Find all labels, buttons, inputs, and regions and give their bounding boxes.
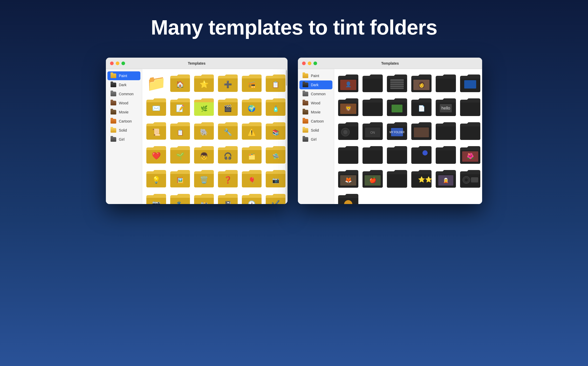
sidebar-item-wood-1[interactable]: Wood — [107, 99, 140, 107]
folder-3[interactable]: ⭐ — [193, 72, 215, 94]
folder-21[interactable]: 👦 — [193, 143, 215, 166]
dark-icon-2 — [303, 83, 308, 87]
dark-folder-13[interactable] — [337, 119, 360, 142]
dark-folder-2[interactable] — [361, 72, 384, 94]
folder-8[interactable]: 📝 — [169, 96, 192, 118]
folder-27[interactable]: 🗑️ — [193, 167, 215, 190]
folder-4[interactable]: ➕ — [216, 72, 239, 94]
folder-12[interactable]: 🧴 — [264, 96, 285, 118]
folder-23[interactable]: 🗂️ — [240, 143, 263, 166]
dark-folder-11[interactable]: hello — [434, 96, 457, 118]
folder-22[interactable]: 🎧 — [216, 143, 239, 166]
folder-31[interactable]: 📷 — [145, 191, 168, 204]
sidebar-item-dark-1[interactable]: Dark — [107, 80, 140, 89]
dark-folder-22[interactable] — [410, 143, 433, 166]
folder-6[interactable]: 📋 — [264, 72, 285, 94]
svg-point-52 — [343, 130, 347, 134]
dark-folder-9[interactable] — [386, 96, 408, 118]
minimize-button-2[interactable] — [308, 62, 311, 65]
dark-folder-12[interactable] — [459, 96, 482, 118]
folder-24[interactable]: 🛸 — [264, 143, 285, 166]
folder-34[interactable]: 📓 — [216, 191, 239, 204]
dark-folder-21[interactable] — [386, 143, 408, 166]
sidebar-item-solid-2[interactable]: Solid — [299, 126, 332, 135]
dark-folder-26[interactable]: 🍎 — [361, 167, 384, 190]
folder-15[interactable]: 🐘 — [193, 119, 215, 142]
folder-10[interactable]: 🎬 — [216, 96, 239, 118]
folder-32[interactable]: 🐾 — [169, 191, 192, 204]
folder-30[interactable]: 📷 — [264, 167, 285, 190]
dark-folder-3[interactable] — [386, 72, 408, 94]
dark-folder-15[interactable]: MY FOLDER — [386, 119, 408, 142]
sidebar-item-wood-2[interactable]: Wood — [299, 99, 332, 107]
scrollbar-1[interactable] — [285, 69, 288, 204]
wood-icon-1 — [111, 101, 116, 105]
dark-folder-6[interactable] — [459, 72, 482, 94]
dark-folder-4[interactable]: 👩 — [410, 72, 433, 94]
sidebar-item-paint-1[interactable]: Paint — [107, 71, 140, 80]
folder-19[interactable]: ❤️ — [145, 143, 168, 166]
folder-20[interactable]: 🌱 — [169, 143, 192, 166]
folder-17[interactable]: ⚠️ — [240, 119, 263, 142]
dark-folder-7[interactable]: 🦁 — [337, 96, 360, 118]
folder-25[interactable]: 💡 — [145, 167, 168, 190]
dark-folder-31[interactable] — [337, 191, 360, 204]
folder-11[interactable]: 🌍 — [240, 96, 263, 118]
sidebar-item-dark-2[interactable]: Dark — [299, 80, 332, 89]
folder-36[interactable]: ✔️ — [264, 191, 285, 204]
sidebar-item-girl-2[interactable]: Girl — [299, 135, 332, 144]
svg-text:ON: ON — [370, 131, 375, 134]
folder-5[interactable]: 📻 — [240, 72, 263, 94]
svg-text:🏠: 🏠 — [176, 80, 184, 89]
folder-1[interactable]: 📁 — [145, 72, 168, 94]
minimize-button-1[interactable] — [116, 62, 119, 65]
dark-folder-24[interactable]: 🌺 — [459, 143, 482, 166]
folder-29[interactable]: 🎈 — [240, 167, 263, 190]
dark-folder-29[interactable]: 🧝 — [434, 167, 457, 190]
maximize-button-2[interactable] — [313, 62, 317, 65]
sidebar-item-cartoon-1[interactable]: Cartoon — [107, 117, 140, 126]
folder-9[interactable]: 🌿 — [193, 96, 215, 118]
dark-folder-30[interactable] — [459, 167, 482, 190]
dark-folder-14[interactable]: ON — [361, 119, 384, 142]
folder-18[interactable]: 📚 — [264, 119, 285, 142]
dark-folder-28[interactable]: ⭐⭐ — [410, 167, 433, 190]
svg-text:✉️: ✉️ — [152, 104, 161, 112]
dark-folder-20[interactable] — [361, 143, 384, 166]
folder-28[interactable]: ❓ — [216, 167, 239, 190]
folder-7[interactable]: ✉️ — [145, 96, 168, 118]
sidebar-item-cartoon-2[interactable]: Cartoon — [299, 117, 332, 126]
sidebar-item-common-1[interactable]: Common — [107, 90, 140, 98]
titlebar-2: Templates — [298, 58, 482, 69]
sidebar-item-girl-1[interactable]: Girl — [107, 135, 140, 144]
dark-folder-18[interactable] — [459, 119, 482, 142]
folder-14[interactable]: 📋 — [169, 119, 192, 142]
sidebar-item-movie-1[interactable]: Movie — [107, 108, 140, 117]
folder-13[interactable]: 📜 — [145, 119, 168, 142]
dark-folder-19[interactable] — [337, 143, 360, 166]
svg-text:📸: 📸 — [201, 201, 208, 204]
folder-2[interactable]: 🏠 — [169, 72, 192, 94]
close-button-1[interactable] — [110, 62, 114, 65]
dark-folder-5[interactable] — [434, 72, 457, 94]
sidebar-label-wood-2: Wood — [311, 101, 320, 105]
sidebar-item-movie-2[interactable]: Movie — [299, 108, 332, 117]
dark-folder-17[interactable] — [434, 119, 457, 142]
dark-folder-23[interactable] — [434, 143, 457, 166]
dark-folder-10[interactable]: 📄 — [410, 96, 433, 118]
sidebar-item-common-2[interactable]: Common — [299, 90, 332, 98]
folder-16[interactable]: 🔧 — [216, 119, 239, 142]
sidebar-item-paint-2[interactable]: Paint — [299, 71, 332, 80]
sidebar-item-solid-1[interactable]: Solid — [107, 126, 140, 135]
folder-33[interactable]: 📸 — [193, 191, 215, 204]
folder-26[interactable]: 🖼️ — [169, 167, 192, 190]
dark-folder-8[interactable] — [361, 96, 384, 118]
svg-text:MY FOLDER: MY FOLDER — [389, 131, 405, 134]
close-button-2[interactable] — [302, 62, 306, 65]
dark-folder-27[interactable] — [386, 167, 408, 190]
dark-folder-16[interactable] — [410, 119, 433, 142]
maximize-button-1[interactable] — [121, 62, 125, 65]
folder-35[interactable]: 🕐 — [240, 191, 263, 204]
dark-folder-1[interactable]: 👤 — [337, 72, 360, 94]
dark-folder-25[interactable]: 🦊 — [337, 167, 360, 190]
